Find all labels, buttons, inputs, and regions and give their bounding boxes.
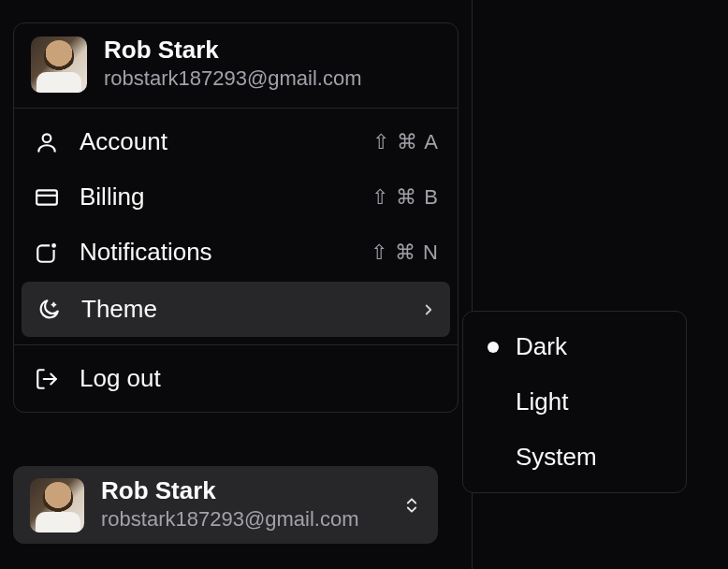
user-name: Rob Stark (104, 36, 361, 64)
svg-point-4 (51, 241, 57, 248)
user-email: robstark187293@gmail.com (101, 506, 386, 533)
user-name: Rob Stark (101, 477, 386, 504)
menu-item-label: Theme (81, 295, 401, 324)
menu-item-label: Log out (80, 364, 439, 393)
svg-point-0 (43, 134, 51, 142)
menu-item-shortcut: ⇧ ⌘ B (371, 185, 439, 210)
menu-item-logout[interactable]: Log out (14, 351, 458, 406)
avatar (31, 36, 87, 93)
selected-indicator-icon (488, 397, 499, 408)
chevrons-up-down-icon (402, 492, 421, 518)
selected-indicator-icon (488, 342, 499, 353)
menu-item-label: Notifications (80, 238, 352, 267)
logout-icon (33, 367, 61, 391)
notification-badge-icon (33, 241, 61, 265)
menu-item-account[interactable]: Account ⇧ ⌘ A (14, 114, 458, 169)
user-header: Rob Stark robstark187293@gmail.com (14, 23, 458, 109)
menu-item-label: Billing (80, 182, 353, 212)
theme-option-light[interactable]: Light (471, 374, 678, 430)
theme-option-dark[interactable]: Dark (471, 319, 678, 374)
menu-item-notifications[interactable]: Notifications ⇧ ⌘ N (14, 225, 458, 280)
menu-section-main: Account ⇧ ⌘ A Billing ⇧ ⌘ B Notification… (14, 109, 458, 345)
menu-item-label: Account (80, 127, 354, 156)
user-menu-trigger[interactable]: Rob Stark robstark187293@gmail.com (13, 466, 438, 544)
menu-section-logout: Log out (14, 345, 458, 412)
theme-option-label: Light (516, 387, 568, 416)
user-dropdown-menu: Rob Stark robstark187293@gmail.com Accou… (13, 22, 459, 413)
menu-item-shortcut: ⇧ ⌘ N (371, 241, 439, 265)
credit-card-icon (33, 185, 61, 210)
menu-item-billing[interactable]: Billing ⇧ ⌘ B (14, 169, 458, 225)
selected-indicator-icon (488, 452, 499, 463)
avatar (30, 478, 84, 533)
user-email: robstark187293@gmail.com (104, 66, 361, 93)
menu-item-shortcut: ⇧ ⌘ A (372, 130, 439, 154)
moon-icon (35, 298, 63, 322)
svg-rect-1 (36, 190, 57, 204)
user-icon (33, 130, 61, 154)
theme-option-system[interactable]: System (471, 430, 678, 485)
theme-submenu: Dark Light System (462, 311, 687, 493)
theme-option-label: System (516, 443, 597, 472)
chevron-right-icon (420, 301, 437, 318)
menu-item-theme[interactable]: Theme (22, 282, 450, 337)
theme-option-label: Dark (516, 332, 567, 361)
